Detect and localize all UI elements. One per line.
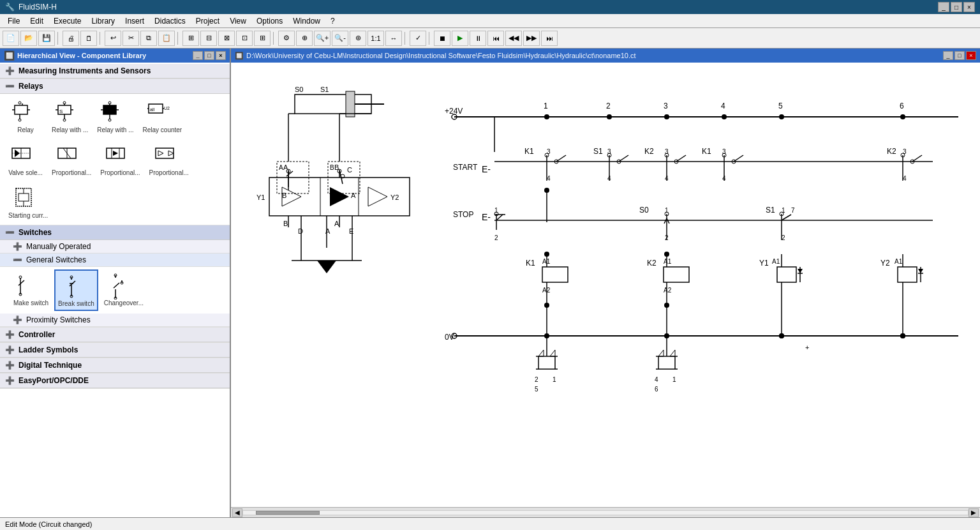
open-button[interactable]: 📂: [20, 31, 37, 46]
component-valve-sole[interactable]: Valve sole...: [5, 139, 46, 179]
section-relays-header[interactable]: ➖ Relays: [0, 79, 230, 94]
maximize-button[interactable]: □: [951, 2, 962, 12]
menu-insert[interactable]: Insert: [120, 15, 149, 27]
easyport-icon: ➕: [5, 376, 15, 385]
section-digital-header[interactable]: ➕ Digital Technique: [0, 358, 230, 373]
stop-button[interactable]: ⏹: [434, 31, 450, 46]
fast-forward-button[interactable]: ⏭: [541, 31, 558, 46]
app-title: FluidSIM-H: [19, 3, 57, 11]
save-button[interactable]: 💾: [38, 31, 55, 46]
subsection-manually-operated[interactable]: ➕ Manually Operated: [0, 240, 230, 254]
print-preview-button[interactable]: 🗒: [80, 31, 97, 46]
menu-edit[interactable]: Edit: [25, 15, 48, 27]
app-icon: 🔧: [5, 3, 15, 11]
zoom-in-button[interactable]: 🔍+: [314, 31, 330, 46]
panel-minimize[interactable]: _: [193, 51, 203, 60]
general-sw-label: General Switches: [26, 255, 86, 264]
menu-didactics[interactable]: Didactics: [149, 15, 191, 27]
relay-b-label: Relay with ...: [97, 126, 133, 133]
scroll-right-button[interactable]: ▶: [969, 508, 979, 517]
svg-line-50: [19, 280, 24, 285]
scroll-left-button[interactable]: ◀: [232, 508, 242, 517]
section-measuring-header[interactable]: ➕ Measuring Instruments and Sensors: [0, 64, 230, 79]
menu-window[interactable]: Window: [288, 15, 325, 27]
panel-close[interactable]: ×: [216, 51, 226, 60]
menu-execute[interactable]: Execute: [48, 15, 86, 27]
canvas-area[interactable]: S0 S1 Y1 Y2 A B B A: [231, 63, 980, 507]
component-make-switch[interactable]: Make switch: [10, 269, 52, 311]
section-ladder-header[interactable]: ➕ Ladder Symbols: [0, 343, 230, 358]
panel-controls: _ □ ×: [193, 51, 226, 60]
canvas-icon: 🔲: [235, 52, 244, 60]
align-left-button[interactable]: ⊞: [182, 31, 199, 46]
relay-counter-icon: all U2: [145, 100, 179, 125]
minimize-button[interactable]: _: [938, 2, 949, 12]
pause-button[interactable]: ⏸: [470, 31, 486, 46]
align-right-button[interactable]: ⊠: [218, 31, 235, 46]
svg-marker-39: [158, 151, 163, 156]
zoom-fit2-button[interactable]: ↔: [385, 31, 402, 46]
component-relay-s[interactable]: S Relay with ...: [48, 96, 91, 137]
subsection-proximity-switches[interactable]: ➕ Proximity Switches: [0, 314, 230, 327]
zoom-out-button[interactable]: 🔍-: [332, 31, 348, 46]
component-relay[interactable]: Relay: [5, 96, 46, 137]
zoom-custom-button[interactable]: ⊛: [350, 31, 366, 46]
paste-button[interactable]: 📋: [158, 31, 175, 46]
svg-marker-247: [550, 350, 555, 356]
section-easyport-header[interactable]: ➕ EasyPort/OPC/DDE: [0, 374, 230, 388]
step-back-button[interactable]: ◀◀: [505, 31, 522, 46]
canvas-close[interactable]: ×: [966, 51, 976, 60]
svg-rect-207: [542, 267, 568, 282]
subsection-general-switches[interactable]: ➖ General Switches: [0, 254, 230, 267]
title-bar-controls: _ □ ×: [938, 2, 975, 12]
section-switches-header[interactable]: ➖ Switches: [0, 225, 230, 240]
h-scrollbar-track[interactable]: [242, 510, 969, 515]
component-prop2[interactable]: Proportional...: [97, 139, 143, 179]
menu-options[interactable]: Options: [251, 15, 288, 27]
svg-text:K1: K1: [524, 147, 534, 156]
menu-file[interactable]: File: [3, 15, 25, 27]
svg-point-123: [607, 114, 612, 119]
simulation-check-button[interactable]: ✓: [410, 31, 426, 46]
section-ladder-label: Ladder Symbols: [19, 345, 78, 354]
copy-button[interactable]: ⧉: [140, 31, 157, 46]
spacing-button[interactable]: ⊞: [254, 31, 271, 46]
h-scrollbar[interactable]: ◀ ▶: [231, 507, 980, 517]
section-controller-header[interactable]: ➕ Controller: [0, 328, 230, 342]
canvas-minimize[interactable]: _: [943, 51, 953, 60]
close-button[interactable]: ×: [963, 2, 975, 12]
zoom-fit-button[interactable]: ⊕: [296, 31, 313, 46]
component-lib-button[interactable]: ⚙: [278, 31, 295, 46]
prop3-label: Proportional...: [149, 169, 189, 176]
menu-project[interactable]: Project: [191, 15, 225, 27]
manually-op-label: Manually Operated: [26, 242, 91, 251]
zoom-100-button[interactable]: 1:1: [368, 31, 384, 46]
step-forward-button[interactable]: ▶▶: [523, 31, 540, 46]
play-button[interactable]: ▶: [452, 31, 468, 46]
tree-area[interactable]: ➕ Measuring Instruments and Sensors ➖ Re…: [0, 63, 230, 517]
component-break-switch[interactable]: Break switch: [54, 269, 98, 311]
print-button[interactable]: 🖨: [63, 31, 79, 46]
new-button[interactable]: 📄: [3, 31, 19, 46]
component-relay-b[interactable]: Relay with ...: [94, 96, 137, 137]
panel-maximize[interactable]: □: [204, 51, 214, 60]
svg-text:E-: E-: [482, 164, 491, 174]
h-scrollbar-thumb[interactable]: [256, 511, 320, 515]
component-prop3[interactable]: Proportional...: [146, 139, 192, 179]
break-switch-label: Break switch: [58, 300, 94, 307]
menu-view[interactable]: View: [225, 15, 251, 27]
distribute-button[interactable]: ⊡: [236, 31, 253, 46]
menu-library[interactable]: Library: [86, 15, 120, 27]
svg-text:1: 1: [544, 102, 548, 110]
canvas-restore[interactable]: □: [954, 51, 965, 60]
valve-sole-icon: [8, 142, 43, 168]
undo-button[interactable]: ↩: [105, 31, 121, 46]
align-center-button[interactable]: ⊟: [200, 31, 217, 46]
component-starting[interactable]: Starting curr...: [5, 182, 51, 222]
menu-help[interactable]: ?: [325, 15, 340, 27]
component-relay-counter[interactable]: all U2 Relay counter: [140, 96, 186, 137]
cut-button[interactable]: ✂: [122, 31, 139, 46]
rewind-button[interactable]: ⏮: [487, 31, 504, 46]
component-prop1[interactable]: Proportional...: [48, 139, 94, 179]
component-changeover[interactable]: Changeover...: [101, 269, 147, 311]
